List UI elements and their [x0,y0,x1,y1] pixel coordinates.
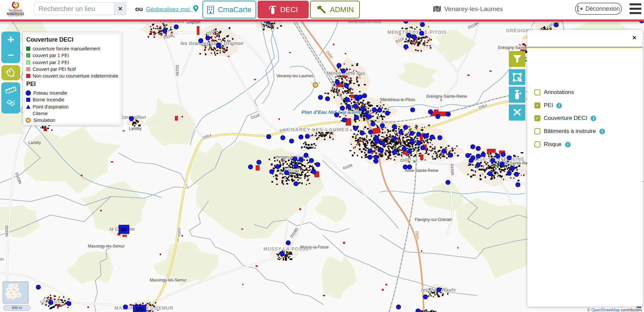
svg-text:Venarey-les-Laumes: Venarey-les-Laumes [276,74,313,78]
svg-text:Mussy-la-Fosse: Mussy-la-Fosse [300,245,329,250]
svg-text:Massingy-lès-Semur: Massingy-lès-Semur [88,244,124,249]
svg-text:D103R: D103R [450,164,454,176]
svg-text:Plan d'Eau Nid à la Caille: Plan d'Eau Nid à la Caille [301,109,361,115]
svg-text:D954: D954 [177,228,181,237]
svg-text:BOURGOGNE · FRANCHE · COMTÉ: BOURGOGNE · FRANCHE · COMTÉ [8,15,23,17]
svg-text:Lantilly: Lantilly [28,140,41,145]
svg-text:Grésigny-Sainte-Reine: Grésigny-Sainte-Reine [426,94,467,99]
svg-text:D119V: D119V [175,65,179,76]
svg-text:MÉNÉTREUX-LE-PITOIS: MÉNÉTREUX-LE-PITOIS [387,30,447,35]
svg-text:'Ménétreux-le-Pitois: 'Ménétreux-le-Pitois [380,97,415,102]
svg-text:Massingy-lès-Semur: Massingy-lès-Semur [150,278,186,282]
svg-text:Lantilly: Lantilly [129,126,141,131]
svg-text:Flavigny-sur-Ozerain: Flavigny-sur-Ozerain [415,217,452,222]
svg-text:in: in [0,257,4,262]
svg-text:VENAREY-LES-LAUMES: VENAREY-LES-LAUMES [283,127,349,132]
svg-text:120: 120 [135,306,144,312]
svg-text:les Granges sous Grignon: les Granges sous Grignon [180,40,243,46]
svg-text:D103N: D103N [5,225,9,237]
svg-text:80: 80 [121,227,127,232]
